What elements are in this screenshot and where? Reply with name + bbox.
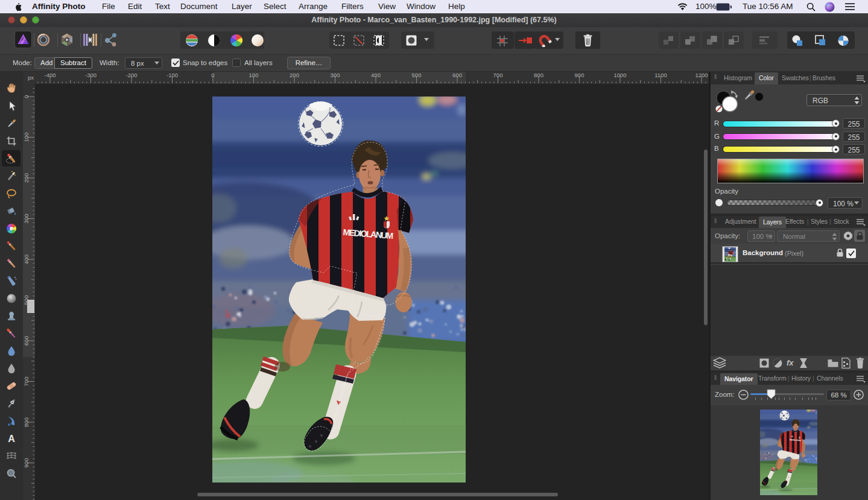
svg-text:100: 100 <box>23 133 30 142</box>
svg-text:400: 400 <box>23 255 30 264</box>
svg-text:500: 500 <box>412 72 422 78</box>
svg-text:400: 400 <box>371 72 381 78</box>
svg-text:700: 700 <box>23 377 30 387</box>
svg-text:300: 300 <box>331 72 340 78</box>
svg-text:100: 100 <box>249 72 259 78</box>
svg-text:px: px <box>28 74 34 81</box>
svg-text:1000: 1000 <box>613 72 626 78</box>
svg-text:900: 900 <box>23 458 30 468</box>
svg-text:0: 0 <box>211 72 214 78</box>
svg-text:500: 500 <box>23 296 30 305</box>
svg-text:800: 800 <box>23 417 30 427</box>
svg-text:300: 300 <box>23 214 30 224</box>
svg-text:-100: -100 <box>166 72 178 78</box>
svg-text:200: 200 <box>23 173 30 183</box>
svg-text:700: 700 <box>493 72 503 78</box>
svg-text:1100: 1100 <box>654 72 667 78</box>
svg-text:0: 0 <box>23 95 30 98</box>
svg-text:600: 600 <box>452 72 462 78</box>
svg-text:800: 800 <box>534 72 543 78</box>
svg-text:-300: -300 <box>85 72 97 78</box>
svg-text:A: A <box>8 434 15 444</box>
svg-text:1200: 1200 <box>695 72 708 78</box>
svg-text:200: 200 <box>290 72 299 78</box>
svg-text:600: 600 <box>23 336 30 346</box>
svg-text:900: 900 <box>575 72 584 78</box>
svg-text:-400: -400 <box>44 72 55 78</box>
svg-text:-200: -200 <box>125 72 137 78</box>
